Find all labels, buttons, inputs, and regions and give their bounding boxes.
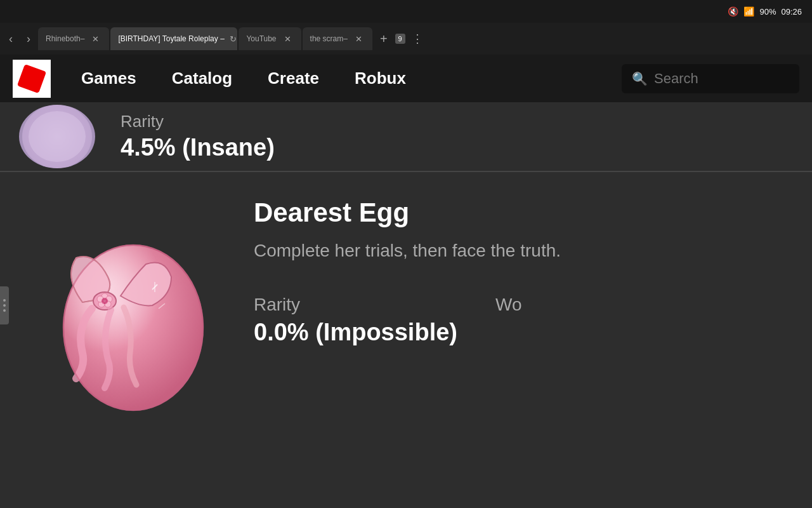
forward-button[interactable]: ›: [20, 29, 37, 50]
status-icons: 🔇 📶 90% 09:26: [728, 6, 802, 17]
tab-1-label: Rhineboth–: [46, 34, 84, 43]
item-name: Dearest Egg: [254, 197, 793, 228]
status-bar: 🔇 📶 90% 09:26: [0, 0, 812, 23]
wifi-icon: 📶: [743, 6, 754, 17]
nav-links: Games Catalog Create Robux: [63, 69, 622, 88]
worth-stat-label: Wo: [495, 295, 522, 315]
nav-robux[interactable]: Robux: [337, 69, 424, 88]
sidebar-handle-dots: [3, 299, 6, 312]
search-icon: 🔍: [632, 71, 648, 86]
top-rarity-label: Rarity: [121, 112, 275, 131]
time-display: 09:26: [781, 7, 802, 17]
rarity-stat-value: 0.0% (Impossible): [254, 319, 457, 346]
tab-bar: ‹ › Rhineboth– ✕ [BIRTHDAY] Toytale Role…: [0, 23, 812, 55]
top-item-image: [19, 105, 95, 168]
back-button[interactable]: ‹: [3, 29, 19, 50]
dot-1: [3, 299, 6, 302]
main-item-details: Dearest Egg Complete her trials, then fa…: [254, 191, 793, 346]
tab-scram[interactable]: the scram– ✕: [303, 27, 372, 50]
worth-stat: Wo: [495, 295, 522, 315]
search-bar[interactable]: 🔍: [622, 64, 799, 93]
nav-games[interactable]: Games: [63, 69, 154, 88]
egg-image-container: [19, 191, 235, 426]
sidebar-handle[interactable]: [0, 286, 9, 324]
egg-illustration: [32, 201, 222, 417]
tab-1-close[interactable]: ✕: [89, 33, 102, 45]
main-item-section: Dearest Egg Complete her trials, then fa…: [0, 172, 812, 426]
top-item-info: Rarity 4.5% (Insane): [95, 112, 275, 161]
tab-3-label: YouTube: [246, 34, 276, 43]
tab-4-close[interactable]: ✕: [353, 33, 365, 45]
top-item-section: Rarity 4.5% (Insane): [0, 102, 812, 172]
search-input[interactable]: [654, 70, 812, 87]
tab-youtube[interactable]: YouTube ✕: [239, 27, 301, 50]
svg-point-11: [102, 298, 108, 304]
stats-row: Rarity 0.0% (Impossible) Wo: [254, 295, 793, 346]
nav-catalog[interactable]: Catalog: [154, 69, 250, 88]
item-description: Complete her trials, then face the truth…: [254, 238, 793, 263]
reload-icon: ↻: [230, 34, 237, 44]
mute-icon: 🔇: [728, 6, 738, 17]
tab-toytale[interactable]: [BIRTHDAY] Toytale Roleplay – ↻ ✕: [110, 27, 237, 50]
tab-count-badge: 9: [395, 34, 405, 44]
top-rarity-value: 4.5% (Insane): [121, 134, 275, 161]
roblox-logo[interactable]: [13, 60, 51, 98]
rarity-stat-label: Rarity: [254, 295, 457, 315]
dot-2: [3, 304, 6, 307]
tab-menu-button[interactable]: ⋮: [407, 29, 428, 48]
rarity-stat: Rarity 0.0% (Impossible): [254, 295, 457, 346]
main-content: Rarity 4.5% (Insane): [0, 102, 812, 508]
new-tab-button[interactable]: +: [374, 29, 394, 49]
nav-create[interactable]: Create: [250, 69, 337, 88]
svg-point-1: [29, 111, 86, 162]
roblox-logo-icon: [17, 64, 46, 93]
battery-text: 90%: [759, 7, 776, 17]
tab-4-label: the scram–: [310, 34, 348, 43]
dot-3: [3, 309, 6, 312]
tab-2-label: [BIRTHDAY] Toytale Roleplay –: [118, 34, 224, 43]
tab-3-close[interactable]: ✕: [282, 33, 294, 45]
roblox-navbar: Games Catalog Create Robux 🔍: [0, 55, 812, 102]
tab-rhineboth[interactable]: Rhineboth– ✕: [38, 27, 109, 50]
